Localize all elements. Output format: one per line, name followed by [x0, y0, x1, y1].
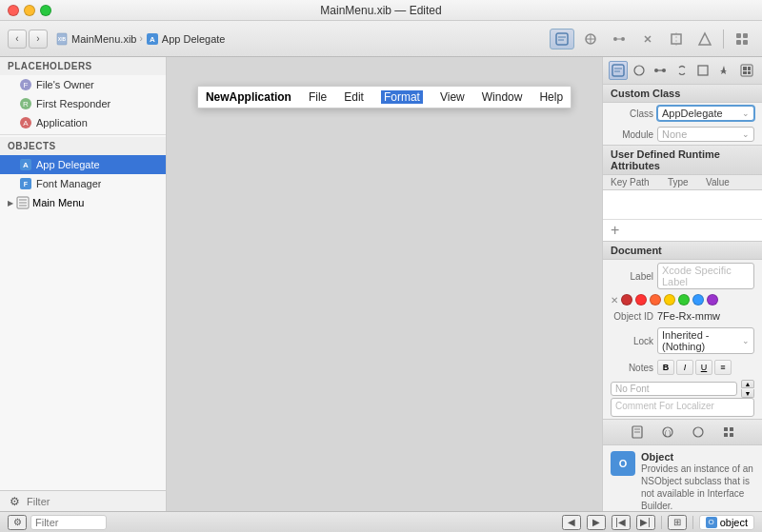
library-item-object[interactable]: O Object Provides an instance of an NSOb…: [603, 445, 762, 511]
menu-item-file[interactable]: File: [309, 90, 327, 104]
custom-class-title: Custom Class: [603, 85, 762, 103]
sidebar-item-first-responder[interactable]: R First Responder: [0, 94, 166, 113]
menu-item-window[interactable]: Window: [482, 90, 523, 104]
underline-btn[interactable]: U: [695, 360, 712, 375]
color-swatch-purple[interactable]: [707, 294, 718, 305]
status-nav-first-btn[interactable]: |◀: [612, 515, 631, 530]
sidebar-item-main-menu-row[interactable]: ▶ Main Menu: [0, 193, 166, 212]
color-clear-btn[interactable]: ✕: [611, 295, 618, 305]
svg-point-37: [634, 66, 644, 75]
doc-label-placeholder: Xcode Specific Label: [662, 265, 750, 287]
svg-rect-13: [672, 34, 681, 44]
color-swatch-red[interactable]: [621, 294, 632, 305]
notes-toolbar: B I U ≡: [657, 360, 732, 375]
object-small-icon: O: [706, 517, 717, 528]
font-field[interactable]: No Font: [611, 382, 737, 396]
module-row: Module None ⌄: [603, 124, 762, 145]
module-field[interactable]: None ⌄: [657, 127, 754, 142]
inspector-tab-attributes[interactable]: [630, 61, 649, 80]
app-delegate-label: App Delegate: [36, 159, 100, 170]
sidebar-item-application[interactable]: A Application: [0, 113, 166, 132]
svg-text:O: O: [619, 458, 628, 469]
color-swatch-yellow[interactable]: [664, 294, 675, 305]
sidebar-item-font-manager[interactable]: F Font Manager: [0, 174, 166, 193]
status-nav-next-btn[interactable]: ▶: [587, 515, 606, 530]
font-size-up[interactable]: ▲: [741, 380, 754, 388]
inspector-attributes-btn[interactable]: [578, 29, 603, 49]
library-section: ( ) O Object Provides an instance of an …: [603, 420, 762, 511]
svg-text:( ): ( ): [664, 429, 671, 437]
comment-field[interactable]: Comment For Localizer: [611, 398, 754, 417]
application-label: Application: [36, 117, 88, 128]
object-id-row: Object ID 7Fe-Rx-mmw: [603, 307, 762, 325]
menu-item-help[interactable]: Help: [539, 90, 563, 104]
menu-item-edit[interactable]: Edit: [344, 90, 364, 104]
minimize-button[interactable]: [24, 5, 35, 16]
library-btn[interactable]: [730, 29, 754, 49]
svg-text:R: R: [23, 100, 29, 108]
lock-label: Lock: [611, 336, 653, 346]
inspector-tab-list[interactable]: [737, 61, 756, 80]
inspector-tab-connections[interactable]: [651, 61, 670, 80]
inspector-connections-btn[interactable]: [607, 29, 632, 49]
color-swatch-blue[interactable]: [692, 294, 704, 305]
menu-item-format[interactable]: Format: [381, 90, 423, 104]
inspector-bindings-btn[interactable]: [635, 29, 660, 49]
svg-point-39: [654, 69, 658, 72]
svg-rect-34: [612, 65, 624, 76]
object-label: object: [720, 517, 748, 528]
inspector-identity-btn[interactable]: [550, 29, 574, 49]
library-grid-btn[interactable]: [717, 423, 740, 442]
sidebar-filter-input[interactable]: [27, 496, 160, 507]
right-panel: Custom Class Class AppDelegate ⌄ Module …: [602, 57, 762, 511]
menu-item-view[interactable]: View: [440, 90, 465, 104]
class-field[interactable]: AppDelegate ⌄: [657, 106, 754, 121]
breadcrumb-xib[interactable]: MainMenu.xib: [71, 33, 136, 45]
object-library-icon: O: [611, 451, 635, 476]
nav-forward-button[interactable]: ›: [29, 30, 48, 49]
font-size-stepper: ▲ ▼: [741, 380, 754, 398]
status-grid-btn[interactable]: ⊞: [668, 515, 687, 530]
xib-file-icon: XIB: [55, 32, 69, 46]
close-button[interactable]: [8, 5, 19, 16]
inspector-tab-effects[interactable]: [714, 61, 733, 80]
breadcrumb-separator: ›: [139, 33, 142, 44]
svg-rect-54: [730, 427, 733, 431]
italic-btn[interactable]: I: [676, 360, 693, 375]
status-bar-left: ⚙: [8, 515, 556, 530]
library-circle-btn[interactable]: [687, 423, 710, 442]
doc-label-field[interactable]: Xcode Specific Label: [657, 263, 754, 289]
sidebar-item-app-delegate[interactable]: A App Delegate: [0, 155, 166, 174]
status-nav-prev-btn[interactable]: ◀: [562, 515, 581, 530]
status-filter-input[interactable]: [30, 515, 107, 530]
bold-btn[interactable]: B: [657, 360, 674, 375]
lock-field[interactable]: Inherited - (Nothing) ⌄: [657, 327, 754, 354]
sidebar-item-files-owner[interactable]: F File's Owner: [0, 75, 166, 94]
color-swatch-orange[interactable]: [650, 294, 661, 305]
color-swatch-green[interactable]: [678, 294, 690, 305]
inspector-size-btn[interactable]: [664, 29, 689, 49]
filter-btn[interactable]: ⚙: [8, 515, 27, 530]
svg-rect-45: [748, 67, 751, 70]
inspector-tab-bar: [603, 57, 762, 85]
nav-back-button[interactable]: ‹: [8, 30, 27, 49]
main-menu-icon: [16, 196, 30, 209]
inspector-tab-bindings[interactable]: [672, 61, 692, 80]
menu-bar-preview: NewApplication File Edit Format View Win…: [197, 86, 572, 108]
object-indicator: O object: [699, 515, 754, 530]
breadcrumb-delegate[interactable]: App Delegate: [162, 33, 226, 45]
list-btn[interactable]: ≡: [714, 360, 732, 375]
fullscreen-button[interactable]: [40, 5, 51, 16]
inspector-effects-btn[interactable]: [692, 29, 717, 49]
font-size-down[interactable]: ▼: [741, 389, 754, 398]
add-runtime-attr-btn[interactable]: +: [603, 219, 762, 241]
color-swatch-bright-red[interactable]: [635, 294, 647, 305]
svg-rect-4: [556, 33, 568, 45]
status-nav-last-btn[interactable]: ▶|: [636, 515, 655, 530]
library-document-btn[interactable]: [626, 423, 649, 442]
library-code-btn[interactable]: ( ): [656, 423, 679, 442]
main-menu-label: Main Menu: [32, 197, 84, 208]
sidebar-filter-icon[interactable]: ⚙: [6, 494, 23, 509]
inspector-tab-identity[interactable]: [609, 61, 628, 80]
inspector-tab-size[interactable]: [693, 61, 712, 80]
